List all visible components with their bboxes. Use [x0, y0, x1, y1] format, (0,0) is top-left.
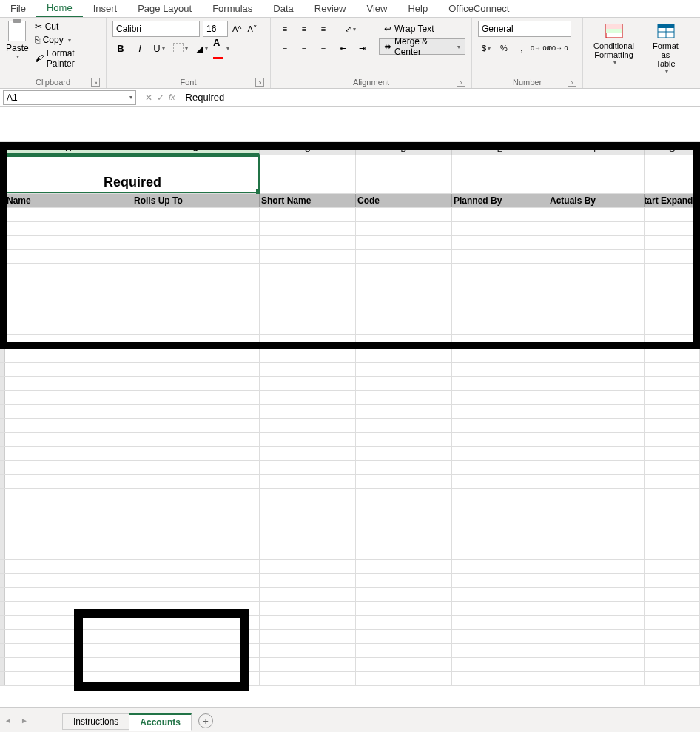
cell[interactable] — [132, 602, 260, 615]
increase-font-button[interactable]: A^ — [231, 23, 243, 35]
cell[interactable] — [132, 545, 260, 559]
fill-color-button[interactable]: ◢▾ — [194, 40, 210, 56]
percent-format-button[interactable]: % — [496, 40, 512, 56]
cell[interactable] — [645, 222, 700, 235]
cell[interactable] — [452, 264, 548, 278]
cell[interactable] — [548, 531, 645, 545]
row-header[interactable] — [0, 658, 5, 671]
tab-formulas[interactable]: Formulas — [202, 0, 263, 17]
decrease-indent-button[interactable]: ⇤ — [334, 40, 351, 56]
accounting-format-button[interactable]: $▾ — [478, 40, 494, 56]
cell[interactable] — [356, 574, 452, 587]
row-header[interactable] — [0, 672, 5, 685]
cell[interactable] — [356, 419, 452, 432]
row-header[interactable] — [0, 517, 5, 531]
cell[interactable] — [356, 349, 452, 362]
cell[interactable] — [452, 292, 548, 306]
cell[interactable] — [5, 616, 132, 629]
header-actuals-by[interactable]: Actuals By — [548, 194, 645, 207]
formula-input[interactable] — [181, 92, 700, 103]
cell[interactable] — [356, 292, 452, 306]
cell[interactable] — [5, 236, 132, 249]
cell[interactable] — [645, 560, 700, 573]
cell[interactable] — [132, 264, 260, 278]
cell[interactable] — [548, 602, 645, 615]
cell[interactable] — [132, 447, 260, 460]
cell[interactable] — [5, 377, 132, 390]
cell[interactable] — [548, 264, 645, 278]
cell[interactable] — [645, 306, 700, 320]
cell[interactable] — [356, 250, 452, 263]
cell[interactable] — [548, 517, 645, 531]
cell[interactable] — [645, 545, 700, 559]
cell[interactable] — [645, 475, 700, 488]
cell[interactable] — [132, 377, 260, 390]
insert-function-button[interactable]: fx — [169, 93, 175, 103]
name-box[interactable]: A1 ▾ — [3, 90, 136, 105]
cell[interactable] — [645, 531, 700, 545]
cut-button[interactable]: ✂ Cut — [33, 21, 100, 33]
cell[interactable] — [132, 672, 260, 685]
cell[interactable] — [5, 292, 132, 306]
row-header[interactable] — [0, 208, 5, 221]
col-header-f[interactable]: F — [548, 142, 645, 155]
cell[interactable] — [5, 208, 132, 221]
row-header[interactable] — [0, 264, 5, 278]
cell[interactable] — [260, 489, 356, 503]
row-header[interactable] — [0, 363, 5, 376]
cell[interactable] — [452, 616, 548, 629]
cell[interactable] — [452, 447, 548, 460]
cell[interactable] — [548, 433, 645, 446]
tab-home[interactable]: Home — [36, 0, 83, 17]
cell[interactable] — [548, 503, 645, 517]
cell[interactable] — [260, 461, 356, 474]
cell[interactable] — [548, 208, 645, 221]
cell[interactable] — [5, 517, 132, 531]
row-header[interactable] — [0, 405, 5, 418]
cell[interactable] — [356, 278, 452, 292]
row-header[interactable] — [0, 644, 5, 657]
cell[interactable] — [548, 419, 645, 432]
cell[interactable] — [645, 278, 700, 292]
cell[interactable] — [548, 658, 645, 671]
cell[interactable] — [260, 349, 356, 362]
cell[interactable] — [5, 278, 132, 292]
cell[interactable] — [132, 236, 260, 249]
row-header[interactable] — [0, 574, 5, 587]
comma-format-button[interactable]: , — [514, 40, 530, 56]
row-header[interactable] — [0, 489, 5, 503]
italic-button[interactable]: I — [132, 40, 148, 56]
cell[interactable] — [5, 363, 132, 376]
cell[interactable] — [548, 377, 645, 390]
alignment-dialog-launcher[interactable]: ↘ — [457, 78, 465, 87]
clipboard-dialog-launcher[interactable]: ↘ — [91, 78, 100, 87]
cell[interactable] — [548, 320, 645, 334]
increase-indent-button[interactable]: ⇥ — [354, 40, 370, 56]
merge-center-button[interactable]: ⬌ Merge & Center ▾ — [379, 38, 465, 55]
cell[interactable] — [260, 560, 356, 573]
increase-decimal-button[interactable]: .0→.00 — [531, 40, 548, 56]
row-header[interactable] — [0, 194, 5, 207]
row-header[interactable] — [0, 461, 5, 474]
cell[interactable] — [452, 363, 548, 376]
row-header[interactable] — [0, 531, 5, 545]
row-header[interactable] — [0, 155, 5, 193]
cell[interactable] — [5, 222, 132, 235]
cell[interactable] — [132, 320, 260, 334]
cell[interactable] — [645, 630, 700, 643]
cell[interactable] — [260, 222, 356, 235]
cell[interactable] — [5, 391, 132, 404]
cell[interactable] — [132, 391, 260, 404]
row-header[interactable] — [0, 320, 5, 334]
cell[interactable] — [260, 320, 356, 334]
sheet-tab-accounts[interactable]: Accounts — [129, 713, 192, 731]
header-planned-by[interactable]: Planned By — [452, 194, 548, 207]
cell[interactable] — [645, 320, 700, 334]
cell[interactable] — [548, 405, 645, 418]
header-rolls-up-to[interactable]: Rolls Up To — [132, 194, 260, 207]
cell[interactable] — [645, 349, 700, 362]
tab-file[interactable]: File — [0, 0, 36, 17]
cell[interactable] — [5, 419, 132, 432]
cell[interactable] — [260, 630, 356, 643]
cell[interactable] — [260, 545, 356, 559]
